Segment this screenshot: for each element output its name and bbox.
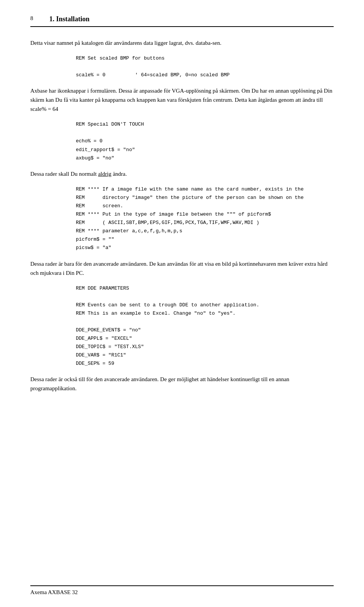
page-footer: Axema AXBASE 32 xyxy=(30,585,334,596)
page-container: 8 1. Installation Detta visar namnet på … xyxy=(0,0,364,607)
code-block-4: REM DDE PARAMETERS REM Events can be sen… xyxy=(76,284,334,368)
page-header: 8 1. Installation xyxy=(30,15,334,27)
paragraph-1-text: Axbase har ikonknappar i formulären. Des… xyxy=(30,88,333,112)
paragraph-2-part2: ändra. xyxy=(111,171,127,177)
page-number: 8 xyxy=(30,15,42,22)
paragraph-4: Dessa rader är också till för den avance… xyxy=(30,375,334,393)
intro-paragraph: Detta visar namnet på katalogen där anvä… xyxy=(30,38,334,47)
chapter-title: 1. Installation xyxy=(49,15,89,23)
footer-company: Axema AXBASE 32 xyxy=(30,589,78,596)
code-block-2: REM Special DON'T TOUCH echo% = 0 edit_r… xyxy=(76,120,334,162)
code-block-1: REM Set scaled BMP for buttons scale% = … xyxy=(76,54,334,79)
code-block-3: REM **** If a image file with the same n… xyxy=(76,185,334,252)
paragraph-3: Dessa rader är bara för den avancerade a… xyxy=(30,259,334,277)
paragraph-2-underline: aldrig xyxy=(98,171,111,177)
paragraph-2-part1: Dessa rader skall Du normalt xyxy=(30,171,98,177)
paragraph-1: Axbase har ikonknappar i formulären. Des… xyxy=(30,86,334,114)
paragraph-2: Dessa rader skall Du normalt aldrig ändr… xyxy=(30,169,334,178)
